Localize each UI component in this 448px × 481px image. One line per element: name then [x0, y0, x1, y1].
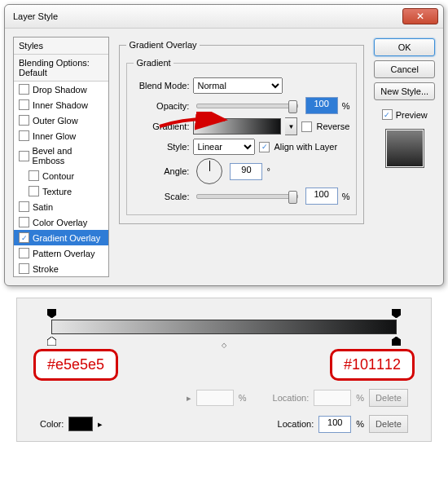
- settings-area: Gradient Overlay Gradient Blend Mode: No…: [116, 37, 367, 277]
- style-label: Texture: [42, 187, 72, 196]
- delete-opacity-stop: Delete: [369, 389, 408, 407]
- blend-mode-select[interactable]: Normal: [193, 77, 283, 94]
- gradient-editor: ◇ #e5e5e5 #101112 ▸ % Location: % Delete…: [16, 298, 432, 442]
- gradient-label: Gradient:: [134, 121, 189, 131]
- style-checkbox[interactable]: [19, 217, 29, 227]
- chevron-down-icon: ▼: [288, 123, 294, 130]
- style-checkbox[interactable]: [19, 232, 29, 243]
- style-item-color-overlay[interactable]: Color Overlay: [14, 214, 108, 230]
- opacity-value[interactable]: 100: [305, 97, 338, 114]
- angle-label: Angle:: [134, 166, 189, 176]
- percent-label-2: %: [342, 192, 350, 201]
- style-checkbox[interactable]: [19, 99, 29, 110]
- close-button[interactable]: ✕: [402, 8, 438, 24]
- style-label: Color Overlay: [33, 218, 87, 227]
- scale-value[interactable]: 100: [305, 188, 338, 205]
- layer-style-dialog: Layer Style ✕ Styles Blending Options: D…: [4, 4, 444, 286]
- align-label: Align with Layer: [274, 142, 337, 152]
- style-item-contour[interactable]: Contour: [14, 168, 108, 183]
- gradient-group: Gradient Blend Mode: Normal Opacity: 100…: [126, 58, 357, 215]
- stop-dropdown-icon: ▸: [187, 393, 191, 404]
- style-label: Pattern Overlay: [33, 249, 94, 258]
- scale-label: Scale:: [134, 192, 189, 201]
- style-item-gradient-overlay[interactable]: Gradient Overlay: [14, 230, 108, 245]
- new-style-button[interactable]: New Style...: [374, 82, 435, 100]
- style-select[interactable]: Linear: [193, 139, 255, 155]
- gradient-bar[interactable]: [51, 320, 397, 334]
- style-label: Satin: [33, 202, 53, 212]
- style-checkbox[interactable]: [19, 263, 29, 274]
- color-swatch[interactable]: [68, 417, 93, 431]
- blend-mode-label: Blend Mode:: [134, 81, 189, 90]
- opacity-label: Opacity:: [134, 101, 189, 111]
- midpoint-icon[interactable]: ◇: [222, 342, 226, 349]
- angle-dial[interactable]: [196, 158, 222, 184]
- scale-slider[interactable]: [196, 194, 297, 199]
- titlebar[interactable]: Layer Style ✕: [5, 5, 443, 29]
- svg-marker-1: [47, 309, 56, 318]
- style-label: Inner Glow: [33, 131, 76, 141]
- gradient-dropdown[interactable]: ▼: [285, 117, 297, 135]
- preview-label: Preview: [396, 110, 428, 120]
- reverse-checkbox[interactable]: [301, 121, 312, 132]
- style-item-outer-glow[interactable]: Outer Glow: [14, 113, 108, 128]
- reverse-label: Reverse: [316, 121, 349, 131]
- cancel-button[interactable]: Cancel: [374, 60, 435, 78]
- style-item-drop-shadow[interactable]: Drop Shadow: [14, 82, 108, 97]
- close-icon: ✕: [416, 11, 424, 21]
- style-label: Inner Shadow: [33, 100, 88, 110]
- opacity-slider[interactable]: [196, 104, 297, 108]
- opacity-location: [314, 390, 351, 406]
- opacity-stop-row: ▸ % Location: % Delete: [40, 389, 408, 407]
- style-item-inner-glow[interactable]: Inner Glow: [14, 128, 108, 143]
- style-item-satin[interactable]: Satin: [14, 199, 108, 214]
- style-checkbox[interactable]: [19, 151, 29, 161]
- style-label: Style:: [134, 142, 189, 152]
- style-label: Gradient Overlay: [33, 233, 100, 243]
- color-stop-left[interactable]: [47, 337, 56, 346]
- color-stop-row: Color: ▸ Location: 100 % Delete: [40, 415, 408, 433]
- style-label: Bevel and Emboss: [33, 146, 104, 165]
- style-label: Contour: [42, 171, 74, 181]
- location-label-1: Location:: [273, 393, 310, 403]
- align-checkbox[interactable]: [259, 142, 270, 152]
- style-item-texture[interactable]: Texture: [14, 183, 108, 199]
- color-stop-right[interactable]: [392, 337, 401, 346]
- percent-label: %: [342, 101, 350, 111]
- style-label: Stroke: [33, 264, 59, 274]
- degree-label: °: [266, 166, 270, 176]
- style-item-pattern-overlay[interactable]: Pattern Overlay: [14, 245, 108, 261]
- svg-marker-3: [47, 337, 56, 346]
- ok-button[interactable]: OK: [374, 38, 435, 56]
- gradient-preview[interactable]: [193, 118, 281, 135]
- dialog-title: Layer Style: [10, 11, 402, 21]
- preview-checkbox[interactable]: [382, 109, 393, 120]
- style-checkbox[interactable]: [19, 115, 29, 126]
- style-item-inner-shadow[interactable]: Inner Shadow: [14, 97, 108, 113]
- delete-color-stop[interactable]: Delete: [369, 415, 408, 433]
- styles-header[interactable]: Styles: [14, 38, 108, 55]
- style-item-bevel-and-emboss[interactable]: Bevel and Emboss: [14, 143, 108, 168]
- angle-value[interactable]: 90: [230, 163, 262, 180]
- style-checkbox[interactable]: [29, 186, 39, 196]
- gradient-overlay-group: Gradient Overlay Gradient Blend Mode: No…: [119, 40, 364, 224]
- style-checkbox[interactable]: [19, 201, 29, 212]
- color-location-value[interactable]: 100: [318, 416, 351, 433]
- style-checkbox[interactable]: [19, 84, 29, 95]
- opacity-stop-right[interactable]: [392, 309, 401, 318]
- right-hex-annotation: #101112: [330, 349, 415, 381]
- styles-panel: Styles Blending Options: Default Drop Sh…: [13, 37, 109, 277]
- style-label: Outer Glow: [33, 116, 78, 126]
- style-label: Drop Shadow: [33, 85, 87, 95]
- style-checkbox[interactable]: [19, 130, 29, 141]
- opacity-stop-pct: [196, 390, 234, 406]
- style-checkbox[interactable]: [29, 170, 39, 181]
- preview-swatch: [385, 129, 424, 168]
- blending-options-header[interactable]: Blending Options: Default: [14, 55, 108, 82]
- color-dropdown-icon[interactable]: ▸: [98, 419, 103, 430]
- style-checkbox[interactable]: [19, 248, 29, 258]
- location-label-2: Location:: [278, 419, 314, 429]
- style-item-stroke[interactable]: Stroke: [14, 261, 108, 276]
- gradient-bar-area: ◇: [40, 310, 408, 344]
- opacity-stop-left[interactable]: [47, 309, 56, 318]
